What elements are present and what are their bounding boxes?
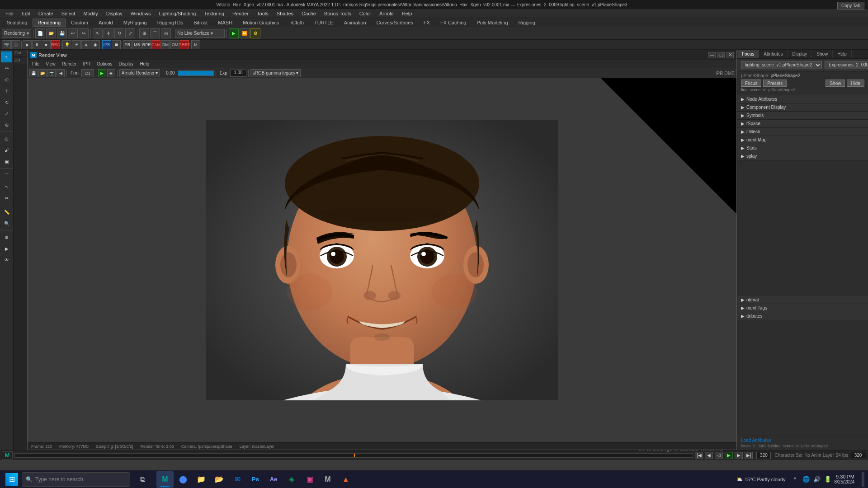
tab-fx[interactable]: FX — [419, 19, 435, 27]
rv-menu-render[interactable]: Render — [59, 61, 80, 67]
show-desktop-button[interactable] — [862, 472, 864, 487]
menu-arnold[interactable]: Arnold — [376, 9, 397, 18]
focus-button[interactable]: Focus — [741, 80, 761, 87]
ra-extra4[interactable]: CAM — [151, 40, 160, 49]
taskbar-app-chrome[interactable]: ⬤ — [175, 471, 192, 488]
tab-show[interactable]: Show — [812, 50, 833, 58]
search-tool[interactable]: 🔍 — [1, 218, 12, 229]
taskbar-app-files[interactable]: 📂 — [211, 471, 228, 488]
soft-select[interactable]: ◎ — [1, 133, 12, 144]
menu-windows[interactable]: Windows — [127, 9, 155, 18]
rv-save-btn[interactable]: 💾 — [29, 69, 38, 77]
menu-bonus-tools[interactable]: Bonus Tools — [321, 9, 355, 18]
taskbar-clock[interactable]: 9:30 PM 8/25/2024 — [835, 474, 855, 484]
volume-icon[interactable]: 🔊 — [813, 475, 821, 483]
ra-light2[interactable]: ☀ — [72, 40, 81, 49]
menu-create[interactable]: Create — [35, 9, 57, 18]
ra-extra1[interactable]: PR — [123, 40, 132, 49]
timeline-slider[interactable] — [14, 453, 693, 458]
show-hide-tool[interactable]: 👁 — [1, 254, 12, 265]
taskbar-app-explorer[interactable]: 📁 — [193, 471, 210, 488]
ra-extra5[interactable]: DM — [161, 40, 170, 49]
lasso-tool[interactable]: ⊙ — [1, 74, 12, 85]
rv-menu-ipr[interactable]: IPR — [80, 61, 93, 67]
section-ment-map[interactable]: ▶ ment Map — [737, 136, 868, 144]
range-end-input[interactable] — [850, 452, 866, 459]
menu-lighting-shading[interactable]: Lighting/Shading — [155, 9, 199, 18]
ra-render2[interactable]: ⏸ — [32, 40, 41, 49]
ra-render1[interactable]: ▶ — [23, 40, 32, 49]
taskbar-task-view-btn[interactable]: ⧉ — [134, 471, 151, 488]
ra-extra7[interactable]: P.RES — [180, 40, 189, 49]
taskbar-start-button[interactable]: ⊞ — [4, 471, 20, 488]
section-display-attr[interactable]: ▶ splay — [737, 152, 868, 160]
hide-button[interactable]: Hide — [847, 80, 864, 87]
section-nterial[interactable]: ▶ nterial — [737, 296, 868, 304]
ra-cam2[interactable]: 🎥 — [11, 40, 20, 49]
ra-light1[interactable]: 💡 — [62, 40, 71, 49]
ra-extra3[interactable]: RPE — [142, 40, 151, 49]
tab-help[interactable]: Help — [833, 50, 852, 58]
network-icon[interactable]: 🌐 — [802, 475, 810, 483]
taskbar-app-maya[interactable]: M — [156, 471, 174, 488]
ra-extra8[interactable]: M — [191, 40, 200, 49]
taskbar-app-9[interactable]: ▲ — [337, 471, 354, 488]
menu-file[interactable]: File — [2, 9, 17, 18]
curve-tool[interactable]: ⌒ — [1, 170, 12, 181]
rv-renderer-dropdown[interactable]: Arnold Renderer ▾ — [119, 69, 160, 77]
frame-input[interactable] — [756, 452, 771, 459]
copy-tab-button[interactable]: Copy Tab — [837, 2, 864, 9]
tab-poly-modeling[interactable]: Poly Modeling — [472, 19, 513, 27]
ra-mat1[interactable]: ◈ — [81, 40, 90, 49]
save-file-btn[interactable]: 💾 — [57, 28, 67, 38]
taskbar-app-7[interactable]: ▣ — [301, 471, 318, 488]
ra-mat2[interactable]: ◉ — [91, 40, 100, 49]
paint-tool[interactable]: ✏ — [1, 63, 12, 74]
menu-cache[interactable]: Cache — [298, 9, 320, 18]
new-file-btn[interactable]: 📄 — [35, 28, 45, 38]
select-tool-btn[interactable]: ↖ — [93, 28, 103, 38]
scale-tool-left[interactable]: ⤢ — [1, 108, 12, 119]
mode-dropdown[interactable]: Rendering ▾ — [2, 29, 31, 38]
render-view-close-btn[interactable]: ✕ — [726, 52, 734, 58]
tab-mash[interactable]: MASH — [213, 19, 237, 27]
rv-frame-nav[interactable]: 1:1 — [81, 69, 94, 77]
tab-custom[interactable]: Custom — [66, 19, 93, 27]
rv-menu-options[interactable]: Options — [94, 61, 115, 67]
move-tool-left[interactable]: ✛ — [1, 85, 12, 96]
rv-open-btn[interactable]: 📂 — [38, 69, 47, 77]
rv-menu-view[interactable]: View — [43, 61, 58, 67]
taskbar-search-bar[interactable]: 🔍 Type here to search — [22, 472, 130, 487]
snap-point-btn[interactable]: ◎ — [161, 28, 171, 38]
section-r-mesh[interactable]: ▶ r Mesh — [737, 128, 868, 136]
tab-fx-caching[interactable]: FX Caching — [435, 19, 471, 27]
load-attributes-btn[interactable]: Load Attributes — [741, 438, 864, 443]
next-frame-btn[interactable]: ▶ — [735, 452, 743, 459]
taskbar-app-photoshop[interactable]: Ps — [247, 471, 264, 488]
taskbar-weather[interactable]: ⛅ 15°C Partly cloudy — [734, 476, 788, 482]
ra-render4[interactable]: REC — [51, 40, 60, 49]
prev-frame-btn[interactable]: ◀ — [705, 452, 713, 459]
ep-curve[interactable]: ∿ — [1, 181, 12, 192]
presets-button[interactable]: Presets — [763, 80, 787, 87]
ra-ipr2[interactable]: ⏹ — [112, 40, 121, 49]
battery-icon[interactable]: 🔋 — [824, 475, 832, 483]
menu-tools[interactable]: Tools — [253, 9, 272, 18]
taskbar-app-6[interactable]: ◈ — [283, 471, 300, 488]
snap-curve-btn[interactable]: ⌒ — [150, 28, 160, 38]
redo-btn[interactable]: ↪ — [79, 28, 89, 38]
tab-sculpting[interactable]: Sculpting — [2, 19, 32, 27]
attr-node-select-1[interactable]: lighting_scene_v1:pPlaneShape2 — [741, 61, 822, 69]
rv-exposure-input[interactable]: 1.00 — [230, 70, 246, 77]
tab-display-attr[interactable]: Display — [788, 50, 812, 58]
open-file-btn[interactable]: 📂 — [46, 28, 56, 38]
attr-tool[interactable]: ⚙ — [1, 232, 12, 243]
menu-texturing[interactable]: Texturing — [200, 9, 228, 18]
rv-menu-file[interactable]: File — [29, 61, 42, 67]
rv-snapshot-btn[interactable]: 📷 — [47, 69, 56, 77]
sculpt-tool[interactable]: 🖌 — [1, 145, 12, 155]
section-stats[interactable]: ▶ Stats — [737, 144, 868, 152]
rotate-tool-btn[interactable]: ↻ — [114, 28, 124, 38]
tab-animation[interactable]: Animation — [339, 19, 371, 27]
taskbar-app-outlook[interactable]: ✉ — [229, 471, 246, 488]
